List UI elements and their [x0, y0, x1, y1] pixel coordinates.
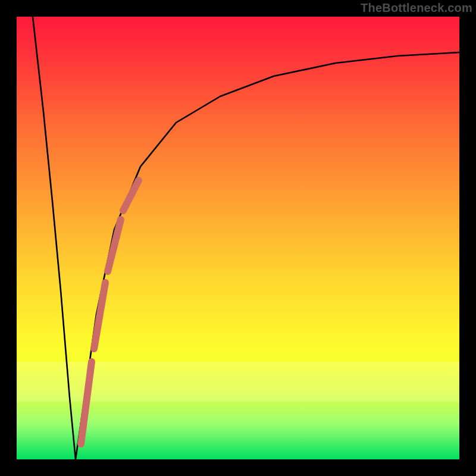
bottleneck-curve: [33, 17, 459, 459]
chart-frame: TheBottleneck.com: [0, 0, 476, 476]
curve-layer: [17, 17, 459, 459]
highlight-segment: [81, 180, 139, 444]
svg-line-0: [81, 362, 92, 444]
svg-line-2: [108, 220, 121, 271]
plot-area: [17, 17, 459, 459]
svg-line-3: [123, 180, 139, 211]
watermark-text: TheBottleneck.com: [361, 1, 472, 15]
